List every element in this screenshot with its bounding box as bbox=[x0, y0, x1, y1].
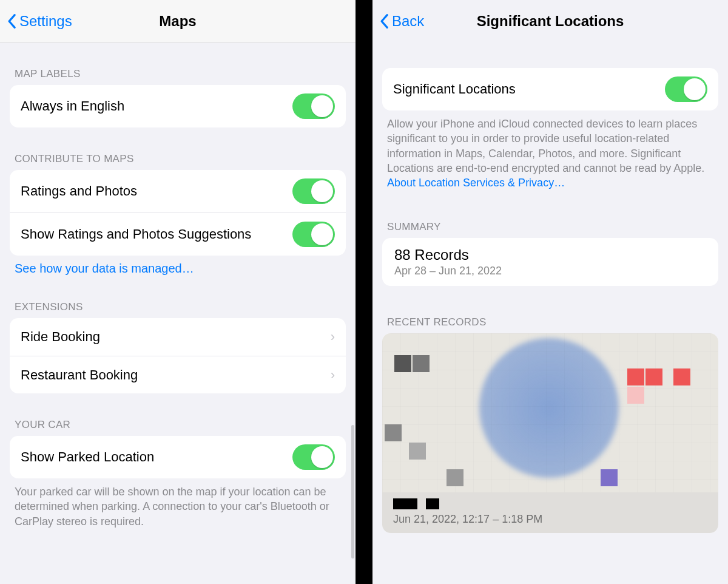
toggle-show-parked[interactable] bbox=[292, 444, 335, 470]
redacted-block bbox=[426, 498, 439, 509]
link-privacy[interactable]: About Location Services & Privacy… bbox=[372, 175, 728, 189]
summary-count: 88 Records bbox=[394, 246, 706, 263]
row-ratings-photos[interactable]: Ratings and Photos bbox=[10, 170, 346, 212]
row-restaurant-booking[interactable]: Restaurant Booking › bbox=[10, 356, 346, 393]
navbar: Settings Maps bbox=[0, 0, 356, 42]
group-extensions: Ride Booking › Restaurant Booking › bbox=[10, 318, 346, 393]
redacted-location-line bbox=[393, 498, 707, 509]
significant-locations-pane: Back Significant Locations Significant L… bbox=[372, 0, 728, 584]
maps-settings-pane: Settings Maps MAP LABELS Always in Engli… bbox=[0, 0, 356, 584]
section-header: SUMMARY bbox=[372, 221, 728, 238]
section-header: CONTRIBUTE TO MAPS bbox=[0, 153, 356, 170]
row-ride-booking[interactable]: Ride Booking › bbox=[10, 318, 346, 356]
summary-range: Apr 28 – Jun 21, 2022 bbox=[394, 265, 706, 277]
chevron-left-icon bbox=[379, 13, 389, 29]
row-label: Ratings and Photos bbox=[21, 183, 292, 200]
row-label: Show Ratings and Photos Suggestions bbox=[21, 226, 292, 243]
back-label: Settings bbox=[19, 13, 72, 30]
chevron-left-icon bbox=[6, 13, 17, 29]
section-summary: SUMMARY 88 Records Apr 28 – Jun 21, 2022 bbox=[372, 189, 728, 286]
section-recent: RECENT RECORDS Jun bbox=[372, 286, 728, 533]
row-show-suggestions[interactable]: Show Ratings and Photos Suggestions bbox=[10, 212, 346, 256]
page-title: Significant Locations bbox=[372, 13, 728, 30]
section-contribute: CONTRIBUTE TO MAPS Ratings and Photos Sh… bbox=[0, 127, 356, 276]
recent-record-card[interactable]: Jun 21, 2022, 12:17 – 1:18 PM bbox=[382, 333, 718, 533]
section-header: YOUR CAR bbox=[0, 419, 356, 436]
pane-divider bbox=[356, 0, 372, 584]
toggle-sig-locations[interactable] bbox=[665, 76, 707, 102]
back-label: Back bbox=[392, 13, 424, 30]
record-caption: Jun 21, 2022, 12:17 – 1:18 PM bbox=[382, 492, 718, 533]
chevron-right-icon: › bbox=[331, 367, 335, 383]
toggle-show-suggestions[interactable] bbox=[292, 222, 335, 247]
section-extensions: EXTENSIONS Ride Booking › Restaurant Boo… bbox=[0, 276, 356, 393]
row-label: Ride Booking bbox=[21, 328, 331, 345]
toggle-always-english[interactable] bbox=[292, 93, 335, 119]
section-header: RECENT RECORDS bbox=[372, 316, 728, 333]
section-sig-locations: Significant Locations Allow your iPhone … bbox=[372, 42, 728, 189]
row-show-parked[interactable]: Show Parked Location bbox=[10, 436, 346, 478]
row-label: Restaurant Booking bbox=[21, 367, 331, 384]
scrollbar[interactable] bbox=[351, 425, 354, 559]
group-sig-locations: Significant Locations bbox=[382, 68, 718, 110]
row-label: Significant Locations bbox=[393, 81, 665, 98]
chevron-right-icon: › bbox=[331, 329, 335, 345]
group-summary: 88 Records Apr 28 – Jun 21, 2022 bbox=[382, 238, 718, 286]
map-thumbnail bbox=[382, 333, 718, 492]
link-data-managed[interactable]: See how your data is managed… bbox=[0, 256, 356, 276]
footer-text-parked: Your parked car will be shown on the map… bbox=[0, 478, 356, 529]
toggle-ratings-photos[interactable] bbox=[292, 178, 335, 204]
navbar: Back Significant Locations bbox=[372, 0, 728, 42]
back-button[interactable]: Back bbox=[379, 13, 424, 30]
redacted-block bbox=[393, 498, 417, 509]
group-your-car: Show Parked Location bbox=[10, 436, 346, 478]
row-label: Always in English bbox=[21, 98, 292, 115]
back-button[interactable]: Settings bbox=[6, 13, 72, 30]
row-summary[interactable]: 88 Records Apr 28 – Jun 21, 2022 bbox=[382, 238, 718, 286]
footer-text-sig: Allow your iPhone and iCloud connected d… bbox=[372, 110, 728, 175]
section-header: EXTENSIONS bbox=[0, 301, 356, 318]
record-timestamp: Jun 21, 2022, 12:17 – 1:18 PM bbox=[393, 513, 707, 526]
section-your-car: YOUR CAR Show Parked Location Your parke… bbox=[0, 393, 356, 529]
section-header: MAP LABELS bbox=[0, 68, 356, 85]
row-always-english[interactable]: Always in English bbox=[10, 85, 346, 127]
row-sig-locations[interactable]: Significant Locations bbox=[382, 68, 718, 110]
row-label: Show Parked Location bbox=[21, 449, 292, 466]
section-map-labels: MAP LABELS Always in English bbox=[0, 42, 356, 127]
group-contribute: Ratings and Photos Show Ratings and Phot… bbox=[10, 170, 346, 256]
group-map-labels: Always in English bbox=[10, 85, 346, 127]
